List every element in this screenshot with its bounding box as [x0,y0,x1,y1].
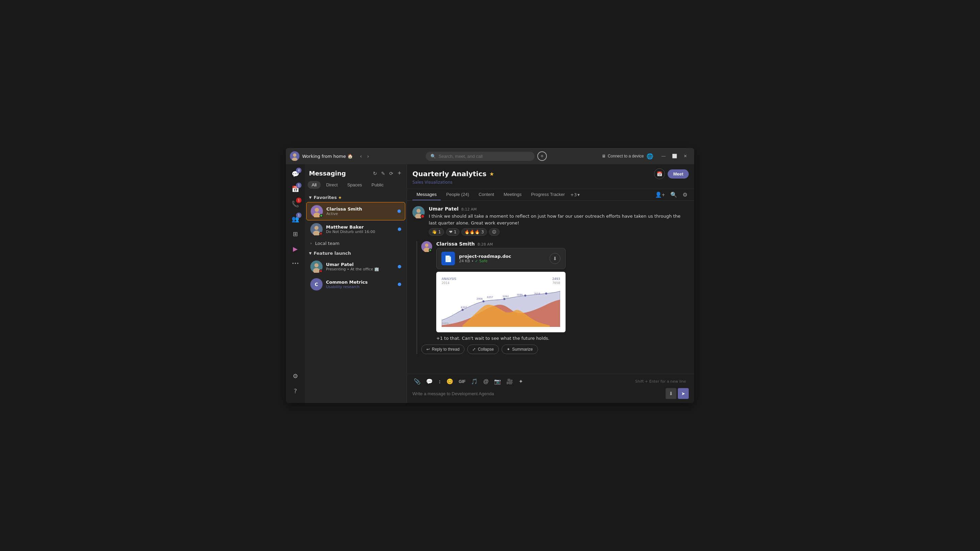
sidebar-item-chat[interactable]: 💬 4 [288,167,302,181]
section-favorites[interactable]: ▼ Favorites ★ [305,193,407,202]
new-message-button[interactable]: + [396,168,402,178]
reaction-wave[interactable]: 👋1 [429,228,444,236]
forward-button[interactable]: › [365,152,371,160]
collapse-button[interactable]: ⤢ Collapse [467,345,499,354]
meet-button[interactable]: Meet [668,169,689,179]
reaction-fire[interactable]: 🔥🔥🔥3 [461,228,487,236]
clarissa-name: Clarissa Smith [326,206,396,211]
contact-umar[interactable]: Umar Patel Presenting • At the office 🏢 [306,258,405,275]
tab-content[interactable]: Content [474,189,498,200]
reaction-heart[interactable]: ❤️1 [446,228,460,236]
local-team-label: Local team [315,241,340,246]
matthew-avatar [310,223,323,235]
sync-button[interactable]: ⟳ [388,168,395,178]
search-input[interactable] [439,154,530,159]
sidebar-item-teams[interactable]: 👥 1 [288,212,302,225]
message-input[interactable] [412,391,666,396]
compose-button[interactable]: ✎ [380,168,387,178]
chat-subtitle[interactable]: Sales Visualizations [412,180,689,185]
reply-to-thread-button[interactable]: ↩ Reply to thread [421,345,465,354]
more-tabs[interactable]: +3 ▾ [570,192,580,197]
summarize-button[interactable]: ✦ Summarize [501,345,538,354]
contact-common-metrics[interactable]: C Common Metrics Usability research [306,275,405,293]
connect-button[interactable]: 🖥 Connect to a device [601,154,644,159]
svg-point-22 [524,295,527,297]
format-button[interactable]: 💬 [425,377,434,386]
back-button[interactable]: ‹ [358,152,364,160]
tab-spaces[interactable]: Spaces [343,181,366,189]
title-bar-right: 🖥 Connect to a device 🌐 — ⬜ ✕ [601,152,690,160]
sticker-button[interactable]: 🎵 [469,377,479,386]
sidebar-item-more[interactable]: ••• [288,257,302,270]
tab-public[interactable]: Public [368,181,388,189]
umar-avatar [310,260,323,273]
chart-label-2014: 2014 [442,281,450,285]
minimize-button[interactable]: — [659,152,668,160]
photo-button[interactable]: 📷 [493,377,502,386]
close-button[interactable]: ✕ [681,152,690,160]
svg-point-19 [461,309,463,311]
svg-point-23 [545,292,547,295]
common-metrics-name: Common Metrics [326,279,396,285]
maximize-button[interactable]: ⬜ [670,152,679,160]
messages-area[interactable]: Umar Patel 8:12 AM I think we should all… [407,201,694,374]
download-button[interactable]: ⬇ [550,253,560,264]
reaction-smile[interactable]: 😊 [489,228,500,236]
avatar[interactable] [290,151,299,161]
refresh-button[interactable]: ↻ [372,168,379,178]
tab-meetings[interactable]: Meetings [500,189,526,200]
umar-msg-time: 8:12 AM [461,207,477,211]
font-button[interactable]: ↕ [437,377,442,386]
svg-text:6302: 6302 [461,306,467,309]
emoji-button[interactable]: 😊 [445,377,455,386]
mention-button[interactable]: @ [482,377,490,386]
send-down-button[interactable]: ⬇ [666,388,676,399]
tab-progress-tracker[interactable]: Progress Tracker [527,189,569,200]
common-metrics-status: Usability research [326,285,396,289]
globe-icon: 🌐 [646,153,653,159]
contact-clarissa[interactable]: Clarissa Smith Active [306,202,405,221]
chat-panel: Quarterly Analytics ★ 📅 Meet Sales Visua… [407,164,694,403]
messaging-title: Messaging [309,170,346,177]
svg-point-16 [425,243,428,247]
sidebar-item-play[interactable]: ▶ [288,242,302,256]
clarissa-thread-time: 8:28 AM [477,242,493,246]
umar-msg-avatar [412,206,425,218]
sidebar-item-apps[interactable]: ⊞ [288,227,302,240]
tab-messages[interactable]: Messages [412,189,441,200]
send-button[interactable]: ➤ [678,388,689,399]
common-metrics-unread [398,283,401,286]
file-name: project-roadmap.doc [459,254,546,259]
sidebar-item-settings[interactable]: ⚙ [288,369,302,383]
summarize-icon: ✦ [507,347,510,352]
tab-direct[interactable]: Direct [322,181,342,189]
svg-point-21 [503,298,505,300]
svg-point-20 [482,300,485,302]
sidebar-bottom: ⚙ ? [288,369,302,400]
help-icon: ? [294,387,297,395]
sidebar-item-help[interactable]: ? [288,384,302,398]
contact-matthew[interactable]: Matthew Baker Do Not Disturb until 16:00 [306,221,405,238]
messaging-panel: Messaging ↻ ✎ ⟳ + All Direct Spaces Publ… [305,164,407,403]
add-tab-button[interactable]: 👤+ [654,190,666,199]
search-tab-button[interactable]: 🔍 [669,190,679,199]
calendar-action-button[interactable]: 📅 [654,168,665,179]
tab-people[interactable]: People (24) [442,189,473,200]
calls-badge: 1 [296,198,301,203]
settings-tab-button[interactable]: ⚙ [681,190,689,199]
section-feature-launch[interactable]: ▼ Feature launch [305,249,407,258]
section-local-team[interactable]: › Local team [306,238,405,249]
tab-all[interactable]: All [308,181,321,189]
video-button[interactable]: 🎥 [505,377,514,386]
play-icon: ▶ [293,245,298,252]
star-button[interactable]: ★ [489,171,494,177]
attach-button[interactable]: 📎 [412,377,422,386]
gif-button[interactable]: GIF [457,378,467,385]
clarissa-reply-text: +1 to that. Can't wait to see what the f… [436,335,689,342]
sidebar-item-calls[interactable]: 📞 1 [288,197,302,211]
sidebar-item-calendar[interactable]: 📅 1 [288,182,302,195]
ai-button[interactable]: ✦ [517,377,524,386]
message-input-area: 📎 💬 ↕ 😊 GIF 🎵 @ 📷 🎥 ✦ Shift + Enter for … [407,374,694,403]
star-icon: ★ [338,195,342,200]
add-button[interactable]: + [537,151,547,161]
